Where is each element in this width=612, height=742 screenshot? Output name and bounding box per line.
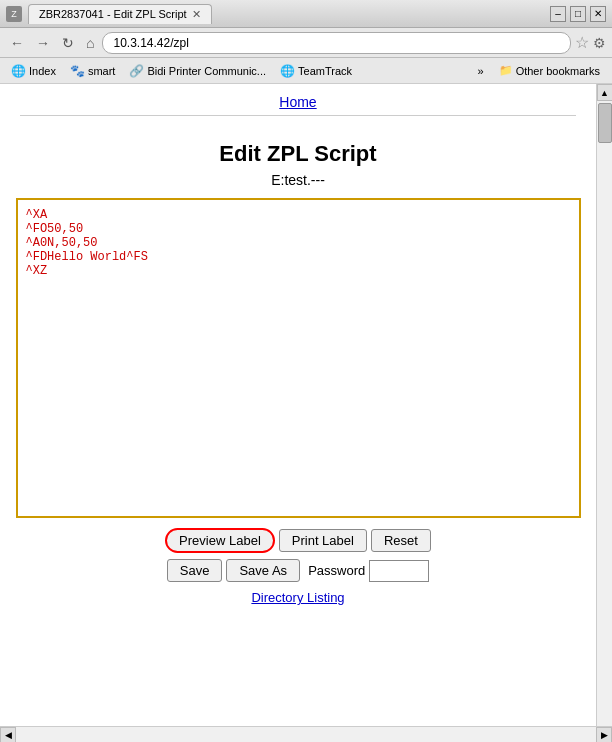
save-button[interactable]: Save: [167, 559, 223, 582]
scroll-left-button[interactable]: ◀: [0, 727, 16, 743]
close-button[interactable]: ✕: [590, 6, 606, 22]
print-label-button[interactable]: Print Label: [279, 529, 367, 552]
page-content: Home Edit ZPL Script E:test.--- ^XA ^FO5…: [0, 84, 596, 726]
bookmark-teamtrack[interactable]: 🌐 TeamTrack: [275, 62, 357, 80]
bookmark-smart-icon: 🐾: [70, 64, 85, 78]
maximize-button[interactable]: □: [570, 6, 586, 22]
button-row-1: Preview Label Print Label Reset: [165, 528, 431, 553]
bookmark-teamtrack-label: TeamTrack: [298, 65, 352, 77]
home-button[interactable]: ⌂: [82, 33, 98, 53]
zpl-editor[interactable]: ^XA ^FO50,50 ^A0N,50,50 ^FDHello World^F…: [16, 198, 581, 518]
scroll-up-button[interactable]: ▲: [597, 84, 613, 101]
folder-icon: 📁: [499, 64, 513, 77]
bookmarks-more-button[interactable]: »: [473, 63, 489, 79]
other-bookmarks-label: Other bookmarks: [516, 65, 600, 77]
settings-wrench-button[interactable]: ⚙: [593, 35, 606, 51]
bookmark-index[interactable]: 🌐 Index: [6, 62, 61, 80]
tab-close-button[interactable]: ✕: [192, 8, 201, 21]
tab-favicon: Z: [6, 6, 22, 22]
back-button[interactable]: ←: [6, 33, 28, 53]
bookmark-teamtrack-icon: 🌐: [280, 64, 295, 78]
bookmark-smart-label: smart: [88, 65, 116, 77]
scroll-thumb[interactable]: [598, 103, 612, 143]
page-separator: [20, 115, 576, 116]
page-area: Home Edit ZPL Script E:test.--- ^XA ^FO5…: [0, 84, 612, 726]
bookmark-bidi[interactable]: 🔗 Bidi Printer Communic...: [124, 62, 271, 80]
page-title: Edit ZPL Script: [219, 141, 376, 167]
forward-button[interactable]: →: [32, 33, 54, 53]
other-bookmarks-button[interactable]: 📁 Other bookmarks: [493, 62, 606, 79]
password-input[interactable]: [369, 560, 429, 582]
save-as-button[interactable]: Save As: [226, 559, 300, 582]
bookmark-index-icon: 🌐: [11, 64, 26, 78]
reload-button[interactable]: ↻: [58, 33, 78, 53]
bookmark-index-label: Index: [29, 65, 56, 77]
home-link[interactable]: Home: [279, 94, 316, 110]
scroll-right-button[interactable]: ▶: [596, 727, 612, 743]
tab-bar: ZBR2837041 - Edit ZPL Script ✕: [28, 4, 542, 24]
horizontal-scrollbar: ◀ ▶: [0, 726, 612, 742]
password-label: Password: [308, 563, 365, 578]
bookmark-star-button[interactable]: ☆: [575, 33, 589, 52]
title-bar: Z ZBR2837041 - Edit ZPL Script ✕ – □ ✕: [0, 0, 612, 28]
page-subtitle: E:test.---: [271, 172, 325, 188]
bookmarks-bar: 🌐 Index 🐾 smart 🔗 Bidi Printer Communic.…: [0, 58, 612, 84]
minimize-button[interactable]: –: [550, 6, 566, 22]
browser-window: Z ZBR2837041 - Edit ZPL Script ✕ – □ ✕ ←…: [0, 0, 612, 742]
reset-button[interactable]: Reset: [371, 529, 431, 552]
directory-listing-link[interactable]: Directory Listing: [251, 590, 344, 605]
bookmark-bidi-icon: 🔗: [129, 64, 144, 78]
bookmark-bidi-label: Bidi Printer Communic...: [147, 65, 266, 77]
window-controls: – □ ✕: [550, 6, 606, 22]
vertical-scrollbar: ▲: [596, 84, 612, 726]
preview-label-button[interactable]: Preview Label: [165, 528, 275, 553]
bookmark-smart[interactable]: 🐾 smart: [65, 62, 121, 80]
tab-title: ZBR2837041 - Edit ZPL Script: [39, 8, 187, 20]
nav-bar: ← → ↻ ⌂ ☆ ⚙: [0, 28, 612, 58]
active-tab[interactable]: ZBR2837041 - Edit ZPL Script ✕: [28, 4, 212, 24]
button-row-2: Save Save As Password: [167, 559, 429, 582]
address-bar[interactable]: [102, 32, 571, 54]
